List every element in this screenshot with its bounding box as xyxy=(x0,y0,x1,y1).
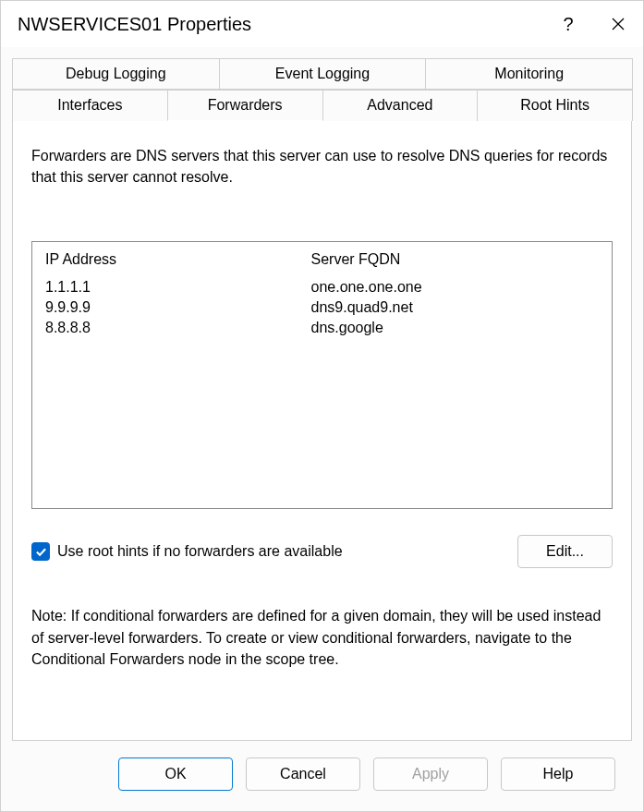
tab-row-bottom: Interfaces Forwarders Advanced Root Hint… xyxy=(12,90,632,121)
table-row[interactable]: 1.1.1.1 one.one.one.one xyxy=(45,277,599,297)
use-root-hints-checkbox[interactable] xyxy=(31,542,50,561)
cell-fqdn: dns.google xyxy=(311,320,599,336)
titlebar: NWSERVICES01 Properties ? xyxy=(1,1,643,47)
forwarders-panel: Forwarders are DNS servers that this ser… xyxy=(12,121,632,741)
content: Debug Logging Event Logging Monitoring I… xyxy=(1,47,643,811)
col-header-ip: IP Address xyxy=(45,251,311,268)
help-icon[interactable]: ? xyxy=(543,1,593,47)
cancel-button[interactable]: Cancel xyxy=(246,757,360,791)
ok-button[interactable]: OK xyxy=(118,757,233,791)
tab-debug-logging[interactable]: Debug Logging xyxy=(12,58,220,90)
tab-monitoring[interactable]: Monitoring xyxy=(425,58,633,90)
tab-advanced[interactable]: Advanced xyxy=(322,90,479,121)
table-row[interactable]: 8.8.8.8 dns.google xyxy=(45,318,599,338)
forwarders-list[interactable]: IP Address Server FQDN 1.1.1.1 one.one.o… xyxy=(31,241,613,509)
table-row[interactable]: 9.9.9.9 dns9.quad9.net xyxy=(45,297,599,318)
button-bar: OK Cancel Apply Help xyxy=(12,741,632,811)
cell-ip: 9.9.9.9 xyxy=(45,299,311,316)
cell-fqdn: dns9.quad9.net xyxy=(311,299,599,316)
edit-button[interactable]: Edit... xyxy=(517,535,613,568)
use-root-hints-label: Use root hints if no forwarders are avai… xyxy=(57,543,517,560)
col-header-fqdn: Server FQDN xyxy=(311,251,599,268)
panel-note: Note: If conditional forwarders are defi… xyxy=(31,605,613,670)
help-button[interactable]: Help xyxy=(501,757,615,791)
cell-ip: 1.1.1.1 xyxy=(45,279,311,296)
close-icon[interactable] xyxy=(593,1,643,47)
tab-strip: Debug Logging Event Logging Monitoring I… xyxy=(12,58,632,121)
tab-root-hints[interactable]: Root Hints xyxy=(477,90,633,121)
list-body: 1.1.1.1 one.one.one.one 9.9.9.9 dns9.qua… xyxy=(45,277,599,338)
tab-row-top: Debug Logging Event Logging Monitoring xyxy=(12,58,632,90)
window-title: NWSERVICES01 Properties xyxy=(18,14,543,35)
apply-button: Apply xyxy=(373,757,488,791)
tab-interfaces[interactable]: Interfaces xyxy=(12,90,168,121)
tab-event-logging[interactable]: Event Logging xyxy=(219,58,427,90)
use-root-hints-row: Use root hints if no forwarders are avai… xyxy=(31,535,613,568)
cell-fqdn: one.one.one.one xyxy=(311,279,599,296)
tab-forwarders[interactable]: Forwarders xyxy=(167,90,323,121)
cell-ip: 8.8.8.8 xyxy=(45,320,311,336)
list-header: IP Address Server FQDN xyxy=(45,251,599,268)
panel-description: Forwarders are DNS servers that this ser… xyxy=(31,145,613,188)
properties-window: NWSERVICES01 Properties ? Debug Logging … xyxy=(0,0,644,812)
